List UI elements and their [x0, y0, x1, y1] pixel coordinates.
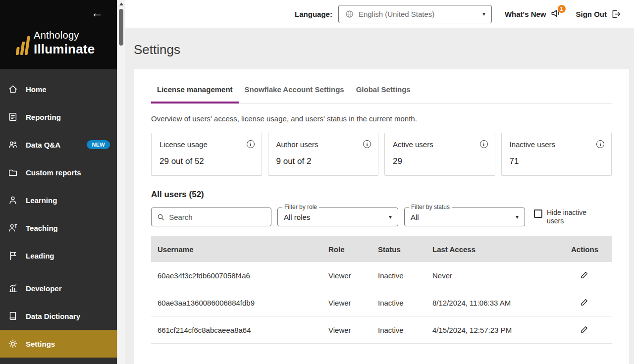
sign-out-icon [611, 9, 621, 19]
language-value: English (United States) [359, 10, 434, 18]
info-icon[interactable]: i [480, 140, 488, 148]
page-title: Settings [134, 42, 629, 57]
sidebar-item-data-qa[interactable]: Data Q&A NEW [0, 131, 117, 158]
settings-card: License management Snowflake Account Set… [134, 69, 629, 364]
cell-role: Viewer [328, 299, 378, 307]
sidebar-item-teaching[interactable]: Teaching [0, 214, 117, 242]
search-input[interactable] [169, 213, 265, 221]
filter-by-role-value: All roles [284, 213, 310, 221]
chevron-down-icon: ▾ [389, 213, 392, 220]
search-box [151, 208, 271, 226]
table-row: 661cf214cf6c8abcaeea8a64 Viewer Inactive… [151, 316, 612, 344]
sidebar-item-label: Custom reports [26, 168, 81, 177]
search-icon [157, 213, 164, 221]
sign-out-button[interactable]: Sign Out [576, 9, 622, 19]
filter-by-status-select[interactable]: Filter by status All ▾ [404, 208, 525, 226]
sidebar-item-label: Settings [26, 340, 55, 348]
brand-line1: Anthology [34, 30, 95, 41]
data-qa-icon [8, 140, 18, 150]
sidebar-item-learning[interactable]: Learning [0, 186, 117, 214]
cell-status: Inactive [378, 299, 432, 307]
edit-user-button[interactable] [579, 297, 590, 309]
sidebar-item-home[interactable]: Home [0, 75, 117, 103]
whats-new-count-badge: 1 [558, 5, 566, 13]
anthology-logo-icon [15, 36, 30, 57]
sidebar-item-label: Reporting [26, 113, 61, 121]
sidebar: ← Anthology Illuminate Home Reporting Da… [0, 0, 117, 364]
stat-inactive-users: Inactive users i 71 [501, 133, 612, 176]
stat-label: Active users [393, 140, 433, 149]
all-users-heading: All users (52) [151, 190, 612, 200]
column-header-status: Status [378, 245, 432, 254]
column-header-role: Role [328, 245, 378, 254]
info-icon[interactable]: i [247, 140, 255, 148]
stat-value: 29 [393, 156, 488, 166]
filter-by-status-value: All [411, 213, 419, 221]
vertical-scrollbar[interactable] [117, 0, 125, 364]
chevron-down-icon: ▾ [482, 10, 485, 17]
stat-cards: License usage i 29 out of 52 Author user… [151, 133, 612, 176]
sidebar-item-label: Teaching [26, 224, 58, 232]
topbar: Language: English (United States) ▾ What… [125, 0, 634, 28]
tab-snowflake-account-settings[interactable]: Snowflake Account Settings [239, 85, 350, 104]
filters-row: Filter by role All roles ▾ Filter by sta… [151, 208, 612, 226]
users-table: Username Role Status Last Access Actions… [151, 236, 612, 344]
hide-inactive-users-checkbox[interactable] [534, 209, 542, 218]
gear-icon [8, 339, 18, 349]
whats-new-button[interactable]: What's New 1 [505, 7, 563, 20]
hide-inactive-users-checkbox-group[interactable]: Hide inactive users [534, 208, 592, 226]
sidebar-item-leading[interactable]: Leading [0, 242, 117, 269]
sidebar-item-developer[interactable]: Developer [0, 274, 117, 302]
table-row: 60ae34f3c2fdb6007058f4a6 Viewer Inactive… [151, 262, 612, 289]
teaching-icon [8, 223, 18, 233]
sidebar-item-label: Home [26, 85, 47, 94]
folder-icon [8, 167, 18, 177]
table-header-row: Username Role Status Last Access Actions [151, 236, 612, 262]
cell-username: 60ae34f3c2fdb6007058f4a6 [158, 271, 328, 280]
reporting-icon [8, 112, 18, 122]
language-label: Language: [295, 10, 332, 18]
scrollbar-thumb[interactable] [119, 9, 123, 46]
leading-icon [8, 251, 18, 260]
cell-last-access: Never [432, 271, 571, 280]
sidebar-item-reporting[interactable]: Reporting [0, 103, 117, 131]
stat-value: 9 out of 2 [276, 156, 371, 166]
globe-icon [345, 9, 354, 19]
brand-line2: Illuminate [34, 42, 95, 57]
collapse-sidebar-icon[interactable]: ← [91, 7, 103, 19]
sidebar-item-label: Data Q&A [26, 141, 60, 149]
sidebar-item-custom-reports[interactable]: Custom reports [0, 158, 117, 186]
brand-text: Anthology Illuminate [34, 30, 95, 57]
chevron-down-icon: ▾ [516, 213, 519, 220]
edit-user-button[interactable] [579, 324, 590, 336]
whats-new-label: What's New [505, 10, 546, 18]
app-window: ← Anthology Illuminate Home Reporting Da… [0, 0, 634, 364]
stat-label: Inactive users [510, 140, 556, 149]
filter-by-role-label: Filter by role [282, 204, 319, 210]
sidebar-item-label: Learning [26, 196, 57, 205]
sidebar-item-label: Data Dictionary [26, 312, 80, 320]
filter-by-role-select[interactable]: Filter by role All roles ▾ [277, 208, 398, 226]
stat-author-users: Author users i 9 out of 2 [268, 133, 379, 176]
pencil-icon [580, 298, 589, 307]
scrollbar-up-arrow[interactable] [119, 2, 123, 5]
stat-value: 71 [510, 156, 605, 166]
stat-label: License usage [159, 140, 208, 149]
edit-user-button[interactable] [579, 269, 590, 282]
main-area: Language: English (United States) ▾ What… [125, 0, 634, 364]
cell-last-access: 8/12/2024, 11:06:33 AM [432, 299, 571, 307]
brand-logo: Anthology Illuminate [17, 30, 95, 57]
sidebar-item-settings[interactable]: Settings [0, 330, 117, 358]
column-header-actions: Actions [571, 245, 613, 254]
home-icon [8, 84, 18, 94]
sidebar-item-data-dictionary[interactable]: Data Dictionary [0, 302, 117, 330]
language-group: Language: English (United States) ▾ [295, 5, 492, 23]
table-row: 60ae3aa1360086006884fdb9 Viewer Inactive… [151, 289, 612, 316]
tab-global-settings[interactable]: Global Settings [350, 85, 417, 104]
info-icon[interactable]: i [596, 140, 604, 148]
stat-value: 29 out of 52 [159, 156, 255, 166]
tab-license-management[interactable]: License management [151, 85, 239, 104]
language-select[interactable]: English (United States) ▾ [338, 5, 492, 23]
info-icon[interactable]: i [363, 140, 371, 148]
book-icon [8, 311, 18, 321]
